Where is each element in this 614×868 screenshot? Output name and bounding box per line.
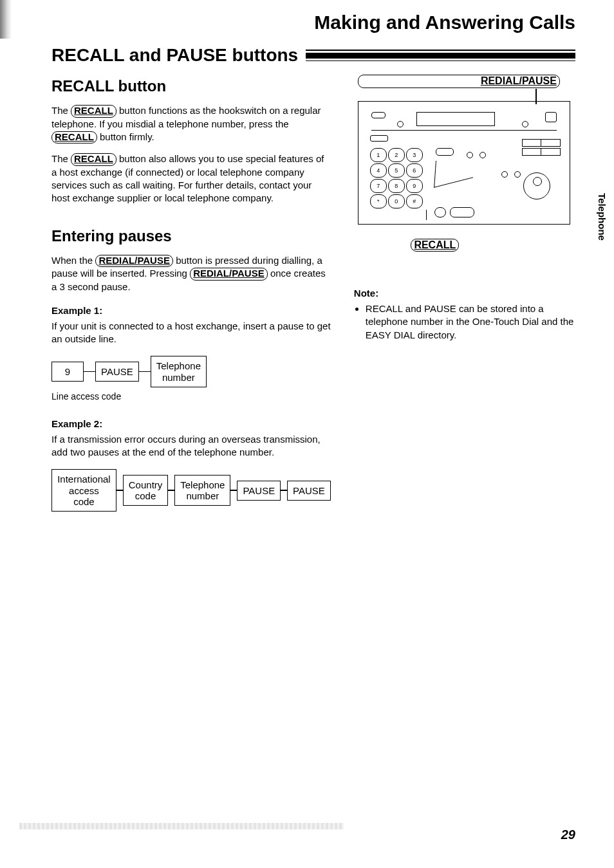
chapter-title: Making and Answering Calls xyxy=(51,12,575,33)
keypad: 1 2 3 4 5 6 7 8 9 xyxy=(370,148,428,210)
cassette-icon xyxy=(370,135,388,142)
key-7: 7 xyxy=(370,179,387,193)
recall-button-label: RECALL xyxy=(51,131,97,144)
txt: The xyxy=(51,153,71,164)
flow-connector xyxy=(230,490,237,491)
indicator-icon xyxy=(522,121,528,127)
key-2: 2 xyxy=(388,148,405,162)
key-4: 4 xyxy=(370,163,387,178)
manual-page: Making and Answering Calls RECALL and PA… xyxy=(0,0,614,868)
flow-connector xyxy=(281,490,287,491)
example1-caption: Line access code xyxy=(51,391,331,402)
flow-connector xyxy=(139,371,151,373)
pauses-heading: Entering pauses xyxy=(51,227,331,245)
flow-box-telno: Telephone number xyxy=(151,356,207,387)
indicator-icon xyxy=(467,149,492,161)
recall-para-1: The RECALL button functions as the hooks… xyxy=(51,104,331,143)
phone-diagram: REDIAL/PAUSE 1 2 xyxy=(358,75,570,252)
example2-flow: International access code Country code T… xyxy=(51,469,331,512)
right-column: REDIAL/PAUSE 1 2 xyxy=(354,75,575,342)
flow-box-pause: PAUSE xyxy=(287,481,331,501)
redial-pause-button-label: REDIAL/PAUSE xyxy=(95,255,173,268)
flow-box-pause: PAUSE xyxy=(237,481,281,501)
phone-outline: 1 2 3 4 5 6 7 8 9 xyxy=(358,101,570,225)
flow-box-telno: Telephone number xyxy=(174,475,230,506)
key-1: 1 xyxy=(370,148,387,162)
note-item: RECALL and PAUSE can be stored into a te… xyxy=(366,302,575,342)
txt: The xyxy=(51,105,71,116)
side-tab-telephone: Telephone xyxy=(597,193,608,241)
example1-header: Example 1: xyxy=(51,305,331,316)
oval-button-icon xyxy=(434,207,446,217)
scan-artifact xyxy=(0,0,12,39)
diagram-label-recall-wrap: RECALL xyxy=(384,239,487,252)
one-touch-keys-icon xyxy=(522,139,561,154)
scan-artifact xyxy=(19,823,344,829)
key-0: 0 xyxy=(388,194,405,208)
recall-heading: RECALL button xyxy=(51,77,331,95)
key-6: 6 xyxy=(406,163,423,178)
flow-connector xyxy=(168,490,174,491)
recall-button-label: RECALL xyxy=(71,105,116,118)
display-icon xyxy=(416,112,495,126)
key-5: 5 xyxy=(388,163,405,178)
rounded-button-icon xyxy=(450,207,474,217)
redial-pause-button-label: REDIAL/PAUSE xyxy=(190,268,268,281)
jog-dial-icon xyxy=(523,172,550,199)
example2-text: If a transmission error occurs during an… xyxy=(51,433,331,459)
pauses-para-1: When the REDIAL/PAUSE button is pressed … xyxy=(51,254,331,293)
diagram-label-recall: RECALL xyxy=(411,239,459,252)
flow-box-pause: PAUSE xyxy=(95,362,139,382)
section-title: RECALL and PAUSE buttons xyxy=(51,45,298,66)
flow-connector xyxy=(116,490,123,491)
indicator-icon xyxy=(397,121,404,127)
handset-icon xyxy=(371,112,386,118)
flow-box-nine: 9 xyxy=(51,362,84,382)
leader-line xyxy=(426,210,427,220)
key-8: 8 xyxy=(388,179,405,193)
diagram-label-redial-pause: REDIAL/PAUSE xyxy=(358,75,560,88)
left-column: RECALL button The RECALL button function… xyxy=(51,75,331,514)
paper-feed-icon xyxy=(545,112,557,122)
flow-connector xyxy=(84,371,95,373)
bottom-controls xyxy=(434,207,474,217)
recall-para-2: The RECALL button also allows you to use… xyxy=(51,152,331,205)
key-star: * xyxy=(370,194,387,208)
note-header: Note: xyxy=(354,288,575,299)
page-number: 29 xyxy=(561,827,575,842)
key-3: 3 xyxy=(406,148,423,162)
key-hash: # xyxy=(406,194,423,208)
phone-top-row xyxy=(371,108,557,131)
pill-button-icon xyxy=(436,148,454,156)
txt: button firmly. xyxy=(100,131,154,142)
recall-button-label: RECALL xyxy=(71,153,116,166)
flow-box-country: Country code xyxy=(123,475,169,506)
example2-header: Example 2: xyxy=(51,418,331,429)
indicator-icon xyxy=(501,169,527,180)
example1-text: If your unit is connected to a host exch… xyxy=(51,320,331,346)
example1-flow: 9 PAUSE Telephone number xyxy=(51,356,331,387)
key-9: 9 xyxy=(406,179,423,193)
flow-box-intl: International access code xyxy=(51,469,116,512)
txt: When the xyxy=(51,255,95,266)
section-heading-bar: RECALL and PAUSE buttons xyxy=(51,45,575,66)
section-rule xyxy=(306,50,575,61)
note-list: RECALL and PAUSE can be stored into a te… xyxy=(354,302,575,342)
